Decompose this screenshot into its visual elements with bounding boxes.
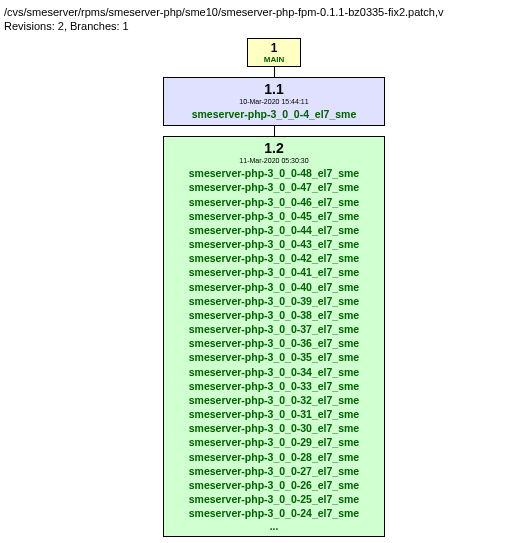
revision-tag: smeserver-php-3_0_0-33_el7_sme	[189, 379, 359, 393]
revision-tag: smeserver-php-3_0_0-34_el7_sme	[189, 365, 359, 379]
revision-tag: smeserver-php-3_0_0-26_el7_sme	[189, 478, 359, 492]
revision-tag: smeserver-php-3_0_0-41_el7_sme	[189, 265, 359, 279]
revision-tag: smeserver-php-3_0_0-36_el7_sme	[189, 336, 359, 350]
branch-number: 1	[271, 41, 278, 55]
file-path: /cvs/smeserver/rpms/smeserver-php/sme10/…	[4, 6, 514, 18]
revision-tag: smeserver-php-3_0_0-25_el7_sme	[189, 492, 359, 506]
revision-tag: smeserver-php-3_0_0-46_el7_sme	[189, 195, 359, 209]
revision-tag: smeserver-php-3_0_0-48_el7_sme	[189, 166, 359, 180]
revision-tag: smeserver-php-3_0_0-29_el7_sme	[189, 435, 359, 449]
revision-tag: smeserver-php-3_0_0-37_el7_sme	[189, 322, 359, 336]
revision-tag: smeserver-php-3_0_0-30_el7_sme	[189, 421, 359, 435]
revision-tag: smeserver-php-3_0_0-44_el7_sme	[189, 223, 359, 237]
cvs-graph: 1 MAIN 1.1 10-Mar-2020 15:44:11 smeserve…	[34, 38, 514, 537]
revision-tags: smeserver-php-3_0_0-4_el7_sme	[192, 107, 357, 121]
revision-tag: smeserver-php-3_0_0-42_el7_sme	[189, 251, 359, 265]
revision-node-1-2: 1.2 11-Mar-2020 05:30:30 smeserver-php-3…	[163, 136, 385, 537]
revision-date: 10-Mar-2020 15:44:11	[239, 98, 308, 105]
revision-tag: smeserver-php-3_0_0-47_el7_sme	[189, 180, 359, 194]
revision-tag: smeserver-php-3_0_0-24_el7_sme	[189, 506, 359, 520]
branch-label: MAIN	[264, 55, 284, 64]
revision-tag: smeserver-php-3_0_0-38_el7_sme	[189, 308, 359, 322]
revisions-summary: Revisions: 2, Branches: 1	[4, 20, 514, 32]
connector-line	[274, 67, 275, 77]
revision-tag: smeserver-php-3_0_0-40_el7_sme	[189, 280, 359, 294]
connector-line	[274, 126, 275, 136]
revision-tag: smeserver-php-3_0_0-35_el7_sme	[189, 350, 359, 364]
revision-tag: smeserver-php-3_0_0-28_el7_sme	[189, 450, 359, 464]
tags-ellipsis: ...	[270, 521, 278, 532]
revision-version: 1.2	[264, 140, 283, 156]
revision-tag: smeserver-php-3_0_0-39_el7_sme	[189, 294, 359, 308]
revision-date: 11-Mar-2020 05:30:30	[239, 157, 308, 164]
revision-tag: smeserver-php-3_0_0-4_el7_sme	[192, 107, 357, 121]
revision-tag: smeserver-php-3_0_0-45_el7_sme	[189, 209, 359, 223]
branch-main-node: 1 MAIN	[247, 38, 301, 67]
revision-tag: smeserver-php-3_0_0-27_el7_sme	[189, 464, 359, 478]
revision-node-1-1: 1.1 10-Mar-2020 15:44:11 smeserver-php-3…	[163, 77, 385, 126]
revision-version: 1.1	[264, 81, 283, 97]
revision-tag: smeserver-php-3_0_0-43_el7_sme	[189, 237, 359, 251]
revision-tag: smeserver-php-3_0_0-31_el7_sme	[189, 407, 359, 421]
revision-tag: smeserver-php-3_0_0-32_el7_sme	[189, 393, 359, 407]
revision-tags: smeserver-php-3_0_0-48_el7_smesmeserver-…	[189, 166, 359, 520]
